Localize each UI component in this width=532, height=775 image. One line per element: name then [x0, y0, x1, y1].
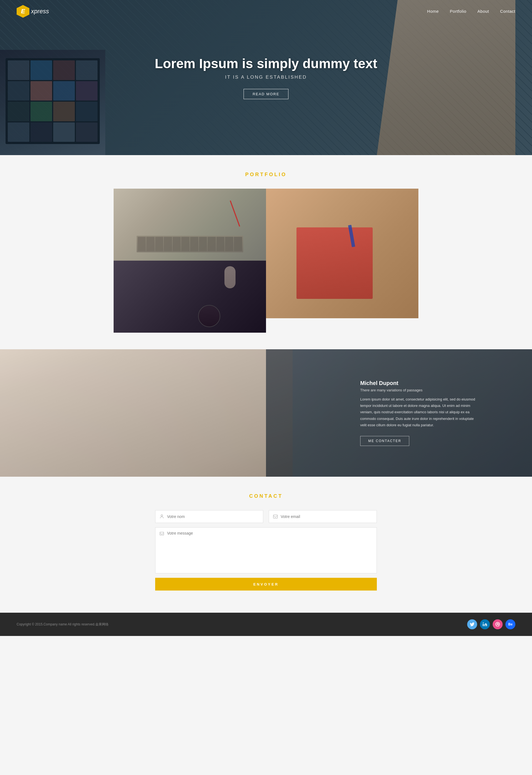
person-icon: [159, 514, 164, 519]
svg-rect-1: [274, 515, 278, 518]
footer: Copyright © 2015.Company name All rights…: [0, 613, 532, 636]
portfolio-section: PORTFOLIO: [0, 155, 532, 349]
logo[interactable]: E xpress: [17, 5, 49, 18]
nav-portfolio[interactable]: Portfolio: [450, 9, 467, 14]
message-input[interactable]: [167, 531, 373, 570]
behance-icon[interactable]: Be: [505, 619, 515, 629]
hero-cta-button[interactable]: READ MORE: [243, 89, 289, 99]
nav-contact[interactable]: Contact: [500, 9, 515, 14]
hero-person-image: [377, 0, 515, 155]
bio-name: Michel Dupont: [360, 380, 477, 386]
submit-button[interactable]: ENVOYER: [155, 578, 377, 591]
portfolio-title: PORTFOLIO: [55, 172, 477, 177]
hero-laptop-image: [0, 50, 105, 155]
contact-form: ENVOYER: [155, 510, 377, 591]
nav-links: Home Portfolio About Contact: [427, 9, 515, 14]
hero-content: Lorem Ipsum is simply dummy text IT IS A…: [155, 56, 377, 99]
bio-cta-button[interactable]: ME CONTACTER: [360, 436, 409, 446]
contact-section: Contact ENVOYER: [0, 477, 532, 613]
logo-text: xpress: [31, 8, 49, 15]
name-field-wrap: [155, 510, 263, 523]
form-row-top: [155, 510, 377, 523]
bio-tagline: There are many variations of passages: [360, 388, 477, 392]
portfolio-item-3[interactable]: [114, 261, 266, 333]
hero-title: Lorem Ipsum is simply dummy text: [155, 56, 377, 71]
svg-point-2: [483, 622, 484, 623]
contact-title: Contact: [55, 493, 477, 499]
bio-background-left: [0, 349, 293, 477]
portfolio-grid: [114, 189, 418, 333]
message-icon: [159, 532, 164, 537]
nav-home[interactable]: Home: [427, 9, 439, 14]
footer-copyright: Copyright © 2015.Company name All rights…: [17, 622, 109, 627]
nav-about[interactable]: About: [477, 9, 489, 14]
navbar: E xpress Home Portfolio About Contact: [0, 0, 532, 23]
email-icon: [273, 514, 278, 519]
name-input[interactable]: [167, 514, 259, 519]
linkedin-icon[interactable]: [480, 619, 490, 629]
bio-section: Michel Dupont There are many variations …: [0, 349, 532, 477]
dribbble-icon[interactable]: [493, 619, 503, 629]
message-field-wrap: [155, 527, 377, 573]
hero-subtitle: IT IS A LONG ESTABLISHED: [155, 74, 377, 80]
bio-content: Michel Dupont There are many variations …: [360, 380, 477, 446]
social-icons: Be: [467, 619, 515, 629]
email-input[interactable]: [281, 514, 373, 519]
portfolio-item-2[interactable]: [266, 189, 418, 333]
svg-point-0: [161, 515, 163, 516]
hero-section: Lorem Ipsum is simply dummy text IT IS A…: [0, 0, 532, 155]
logo-hex-icon: E: [17, 5, 29, 18]
portfolio-item-1[interactable]: [114, 189, 266, 261]
bio-text: Lorem ipsum dolor sit amet, consectetur …: [360, 396, 477, 429]
twitter-icon[interactable]: [467, 619, 477, 629]
email-field-wrap: [269, 510, 377, 523]
